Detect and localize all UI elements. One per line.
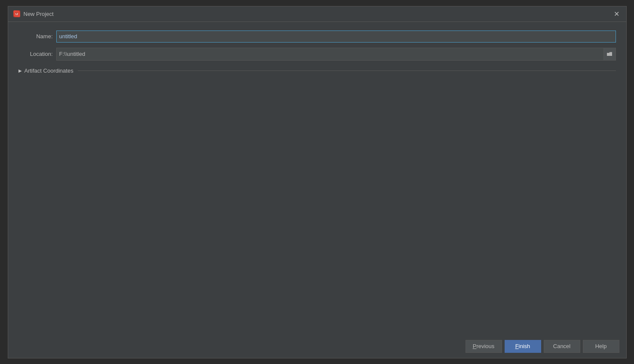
svg-text:IJ: IJ [15,12,18,15]
cancel-button[interactable]: Cancel [544,340,580,353]
location-label: Location: [18,51,53,57]
browse-button[interactable] [603,48,616,60]
close-button[interactable]: ✕ [613,9,621,18]
finish-button[interactable]: Finish [505,340,541,353]
expand-arrow-icon[interactable]: ▶ [18,68,22,73]
location-input[interactable] [57,48,603,60]
close-icon: ✕ [614,10,619,18]
title-bar: IJ New Project ✕ [8,6,626,22]
finish-label: Finish [515,343,530,349]
new-project-dialog: IJ New Project ✕ Name: Location: [8,6,627,358]
artifact-coordinates-section: ▶ Artifact Coordinates [18,67,616,74]
app-icon: IJ [13,10,20,17]
app-logo-icon: IJ [14,11,20,17]
dialog-content: Name: Location: ▶ Artifact Coordinates [8,22,626,335]
location-row: Location: [18,48,616,61]
previous-button[interactable]: Previous [466,340,502,353]
help-button[interactable]: Help [583,340,619,353]
dialog-footer: Previous Finish Cancel Help [8,335,626,358]
artifact-divider [78,70,616,71]
name-input[interactable] [56,31,616,43]
location-input-wrapper [56,48,616,61]
dialog-title: New Project [24,11,54,17]
name-label: Name: [18,33,53,40]
previous-label: Previous [473,343,495,349]
cancel-label: Cancel [553,343,570,349]
help-label: Help [595,343,607,349]
title-bar-left: IJ New Project [13,10,54,17]
artifact-coordinates-label[interactable]: Artifact Coordinates [25,67,74,74]
folder-icon [606,52,613,57]
name-row: Name: [18,31,616,43]
